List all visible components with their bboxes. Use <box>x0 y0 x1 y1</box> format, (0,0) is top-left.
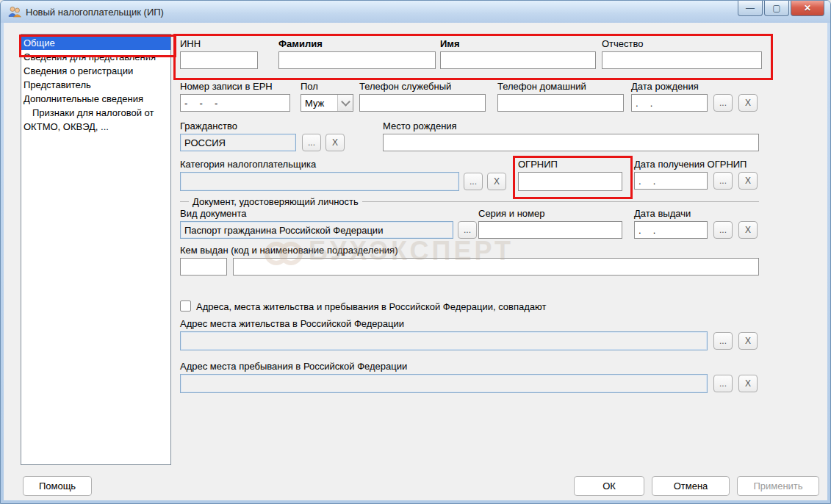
sidebar-item-obshchie[interactable]: Общие <box>21 36 170 50</box>
residence-address-browse-button[interactable]: ... <box>713 332 733 350</box>
apply-button[interactable]: Применить <box>737 476 819 496</box>
sidebar-item-priznaki-nalogovoy[interactable]: Признаки для налоговой от <box>21 106 170 120</box>
sidebar-item-svedeniya-o-registracii[interactable]: Сведения о регистрации <box>21 64 170 78</box>
sidebar-item-predstavitel[interactable]: Представитель <box>21 78 170 92</box>
birth-date-browse-button[interactable]: ... <box>713 94 733 112</box>
maximize-button[interactable]: ▢ <box>764 1 789 16</box>
gender-select[interactable]: Муж <box>301 94 353 112</box>
category-input[interactable] <box>180 172 459 191</box>
ogrnip-date-input[interactable] <box>634 172 708 190</box>
category-label: Категория налогоплательщика <box>180 159 316 170</box>
help-button[interactable]: Помощь <box>23 476 92 496</box>
birth-place-input[interactable] <box>383 134 759 151</box>
minimize-button[interactable]: — <box>738 1 763 16</box>
dialog-window: Новый налогоплательщик (ИП) — ▢ ✕ Общие … <box>0 0 831 504</box>
issue-date-input[interactable] <box>634 221 708 239</box>
minimize-icon: — <box>746 4 755 12</box>
citizenship-browse-button[interactable]: ... <box>302 134 321 151</box>
close-button[interactable]: ✕ <box>791 1 824 16</box>
gender-label: Пол <box>301 81 318 92</box>
addresses-match-label: Адреса, места жительства и пребывания в … <box>196 301 546 312</box>
name-input[interactable] <box>440 51 596 69</box>
section-list: Общие Сведения для представления Сведени… <box>21 34 171 465</box>
sidebar-item-oktmo-okved[interactable]: ОКТМО, ОКВЭД, ... <box>21 120 170 134</box>
identity-document-group-title: Документ, удостоверяющий личность <box>180 196 759 207</box>
doc-type-label: Вид документа <box>180 208 247 219</box>
stay-address-clear-button[interactable]: X <box>738 375 758 392</box>
chevron-down-icon[interactable] <box>337 95 353 111</box>
citizenship-clear-button[interactable]: X <box>325 134 345 151</box>
category-clear-button[interactable]: X <box>487 173 506 190</box>
series-number-label: Серия и номер <box>478 208 544 219</box>
ogrnip-date-label: Дата получения ОГРНИП <box>634 159 747 170</box>
citizenship-input[interactable] <box>180 134 296 151</box>
stay-address-browse-button[interactable]: ... <box>713 375 733 392</box>
dialog-body: Общие Сведения для представления Сведени… <box>4 23 827 500</box>
residence-address-input[interactable] <box>180 331 708 350</box>
sidebar-item-svedeniya-dlya-predstavleniya[interactable]: Сведения для представления <box>21 50 170 64</box>
title-bar: Новый налогоплательщик (ИП) — ▢ ✕ <box>1 1 830 23</box>
addresses-match-checkbox[interactable] <box>180 300 191 312</box>
window-title: Новый налогоплательщик (ИП) <box>26 7 164 18</box>
ok-button[interactable]: ОК <box>574 476 644 496</box>
patronymic-input[interactable] <box>602 51 762 69</box>
name-label: Имя <box>440 38 460 49</box>
birth-date-clear-button[interactable]: X <box>738 94 758 112</box>
phone-home-label: Телефон домашний <box>497 81 586 92</box>
issued-by-code-input[interactable] <box>180 258 227 276</box>
birth-date-label: Дата рождения <box>631 81 699 92</box>
issue-date-browse-button[interactable]: ... <box>713 221 733 239</box>
issued-by-name-input[interactable] <box>233 258 759 276</box>
ern-label: Номер записи в ЕРН <box>180 81 273 92</box>
ern-input[interactable] <box>180 94 290 112</box>
inn-label: ИНН <box>180 38 201 49</box>
birth-date-input[interactable] <box>631 94 708 112</box>
residence-address-clear-button[interactable]: X <box>738 332 758 350</box>
category-browse-button[interactable]: ... <box>464 173 483 190</box>
ogrnip-date-clear-button[interactable]: X <box>738 172 758 190</box>
taxpayers-app-icon <box>8 6 21 18</box>
gender-value: Муж <box>301 98 337 109</box>
patronymic-label: Отчество <box>602 38 644 49</box>
maximize-icon: ▢ <box>772 4 780 12</box>
stay-address-label: Адрес места пребывания в Российской Феде… <box>180 361 407 372</box>
issue-date-clear-button[interactable]: X <box>738 221 758 239</box>
citizenship-label: Гражданство <box>180 120 237 132</box>
phone-work-input[interactable] <box>359 94 486 112</box>
issued-by-label: Кем выдан (код и наименование подразделе… <box>180 245 397 256</box>
doc-type-browse-button[interactable]: ... <box>458 221 477 239</box>
stay-address-input[interactable] <box>180 374 708 393</box>
phone-work-label: Телефон служебный <box>359 81 451 92</box>
residence-address-label: Адрес места жительства в Российской Феде… <box>180 318 404 329</box>
window-controls: — ▢ ✕ <box>738 1 824 16</box>
surname-label: Фамилия <box>278 38 323 49</box>
sidebar-item-dopolnitelnye-svedeniya[interactable]: Дополнительные сведения <box>21 92 170 106</box>
series-number-input[interactable] <box>478 221 622 239</box>
cancel-button[interactable]: Отмена <box>652 476 730 496</box>
surname-input[interactable] <box>278 51 436 69</box>
phone-home-input[interactable] <box>497 94 624 112</box>
birth-place-label: Место рождения <box>383 120 457 132</box>
identity-document-group-label: Документ, удостоверяющий личность <box>193 196 359 207</box>
close-icon: ✕ <box>804 4 811 12</box>
ogrnip-label: ОГРНИП <box>518 159 558 170</box>
ogrnip-date-browse-button[interactable]: ... <box>713 172 733 190</box>
doc-type-input[interactable] <box>180 221 453 239</box>
issue-date-label: Дата выдачи <box>634 208 691 219</box>
inn-input[interactable] <box>180 51 258 69</box>
ogrnip-input[interactable] <box>518 172 622 191</box>
